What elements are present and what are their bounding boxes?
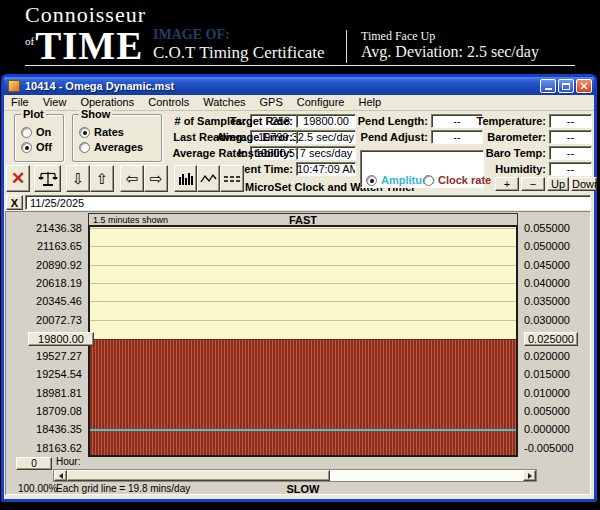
- field-value-current-time[interactable]: 10:47:09 AM: [296, 162, 356, 176]
- balance-scale-button[interactable]: [34, 165, 61, 192]
- show-group-label: Show: [79, 108, 112, 120]
- close-button[interactable]: [576, 79, 592, 93]
- scroll-left-button[interactable]: [54, 470, 67, 481]
- minimize-button[interactable]: [540, 79, 556, 93]
- maximize-button[interactable]: [558, 79, 574, 93]
- scroll-right-button[interactable]: [523, 470, 536, 481]
- close-icon: [580, 82, 588, 90]
- certificate-title: C.O.T Timing Certificate: [153, 43, 325, 63]
- show-radio-label: Averages: [94, 141, 143, 153]
- menu-item-gps[interactable]: GPS: [253, 95, 290, 108]
- arrow-right-button[interactable]: ⇨: [144, 165, 168, 192]
- menu-item-configure[interactable]: Configure: [290, 95, 352, 108]
- connoisseur-of-time-logo: Connoisseur ofTIME: [25, 4, 146, 65]
- right-axis-label: 0.025000: [524, 332, 578, 346]
- left-axis-label: 21436.38: [24, 222, 82, 234]
- balance-scale-icon: [38, 170, 58, 188]
- show-radio-label: Rates: [94, 126, 124, 138]
- show-groupbox: Show RatesAverages: [72, 114, 162, 162]
- menu-item-watches[interactable]: Watches: [196, 95, 252, 108]
- scroll-right-arrow-icon: [528, 473, 532, 479]
- hour-label: Hour:: [56, 456, 80, 467]
- arrow-left-button[interactable]: ⇦: [120, 165, 144, 192]
- right-axis-label: 0.010000: [524, 387, 570, 399]
- left-axis-label: 18163.62: [24, 442, 82, 454]
- right-axis-label: 0.035000: [524, 295, 570, 307]
- bar-chart-button[interactable]: [174, 165, 197, 192]
- mode-listbox: AmplitudeClock rate: [360, 150, 484, 188]
- radio-icon: [423, 175, 434, 186]
- date-input[interactable]: 11/25/2025: [25, 195, 591, 210]
- delete-x-button[interactable]: ✕: [6, 165, 30, 192]
- field-label-average-error: Average Error:: [215, 131, 293, 143]
- field-value-barometer[interactable]: --: [549, 130, 592, 144]
- field-value-instability[interactable]: 7 secs/day: [296, 146, 356, 160]
- dashed-lines-icon: [224, 174, 241, 184]
- clear-date-button[interactable]: X: [6, 195, 23, 210]
- arrow-up-icon: ⇧: [96, 171, 109, 186]
- menu-item-view[interactable]: View: [36, 95, 74, 108]
- horizontal-scrollbar[interactable]: [53, 469, 537, 482]
- left-axis-label: 21163.65: [24, 240, 82, 252]
- plot-radio-on[interactable]: On: [21, 126, 51, 138]
- field-label-target-rate: Target Rate:: [215, 115, 293, 127]
- left-axis-label: 20072.73: [24, 314, 82, 326]
- right-axis-label: 0.040000: [524, 277, 570, 289]
- window-title: 10414 - Omega Dynamic.mst: [25, 80, 174, 92]
- menu-item-controls[interactable]: Controls: [141, 95, 196, 108]
- show-radio-rates[interactable]: Rates: [79, 126, 124, 138]
- left-axis-label: 18981.81: [24, 387, 82, 399]
- title-bar[interactable]: 10414 - Omega Dynamic.mst: [4, 77, 594, 95]
- right-axis-label: 0.015000: [524, 368, 570, 380]
- up-button[interactable]: Up: [547, 177, 569, 191]
- radio-icon: [21, 127, 32, 138]
- logo-line1: Connoisseur: [25, 4, 146, 26]
- line-chart-button[interactable]: [197, 165, 220, 192]
- gridline: [90, 320, 516, 321]
- field-value-baro-temp[interactable]: --: [549, 146, 592, 160]
- right-axis-label: 0.050000: [524, 240, 570, 252]
- minus-button[interactable]: −: [521, 177, 545, 191]
- plot-radio-label: On: [36, 126, 51, 138]
- field-label-temperature: Temperature:: [465, 115, 546, 127]
- field-value-target-rate[interactable]: 19800.00: [296, 114, 356, 128]
- field-value-humidity[interactable]: --: [549, 162, 592, 176]
- scroll-left-arrow-icon: [59, 473, 63, 479]
- right-axis-label: 0.045000: [524, 259, 570, 271]
- scrollbar-thumb[interactable]: [67, 470, 330, 481]
- arrow-right-icon: ⇨: [150, 171, 163, 186]
- menu-item-operations[interactable]: Operations: [73, 95, 141, 108]
- span-label: 1.5 minutes shown: [93, 215, 168, 225]
- plot-radio-label: Off: [36, 141, 52, 153]
- field-value-temperature[interactable]: --: [549, 114, 592, 128]
- right-axis-label: 0.055000: [524, 222, 570, 234]
- menu-item-help[interactable]: Help: [352, 95, 389, 108]
- radio-icon: [366, 175, 377, 186]
- left-axis-label: 19254.54: [24, 368, 82, 380]
- logo-of: of: [25, 35, 34, 47]
- radio-icon: [79, 142, 90, 153]
- line-chart-icon: [200, 173, 217, 185]
- zero-button[interactable]: 0: [16, 457, 52, 470]
- plot-radio-off[interactable]: Off: [21, 141, 52, 153]
- left-axis-label: 19527.27: [24, 350, 82, 362]
- arrow-left-icon: ⇦: [126, 171, 139, 186]
- gridline: [90, 283, 516, 284]
- chart-panel: FAST 1.5 minutes shown 21436.3821163.652…: [5, 211, 591, 495]
- arrow-down-icon: ⇩: [72, 171, 85, 186]
- plot-area[interactable]: [88, 225, 518, 457]
- show-radio-averages[interactable]: Averages: [79, 141, 143, 153]
- slow-label: SLOW: [88, 483, 518, 495]
- arrow-up-button[interactable]: ⇧: [90, 165, 114, 192]
- app-window: 10414 - Omega Dynamic.mst FileViewOperat…: [1, 74, 597, 502]
- down-button[interactable]: Down: [571, 177, 597, 191]
- menu-item-file[interactable]: File: [4, 95, 36, 108]
- plus-button[interactable]: +: [495, 177, 519, 191]
- field-label-barometer: Barometer:: [465, 131, 546, 143]
- arrow-down-button[interactable]: ⇩: [66, 165, 90, 192]
- mode-radio-clock-rate[interactable]: Clock rate: [423, 174, 491, 186]
- dashed-lines-button[interactable]: [220, 165, 244, 192]
- field-value-average-error[interactable]: 2.5 sec/day: [296, 130, 356, 144]
- app-icon: [8, 80, 20, 92]
- plot-group-label: Plot: [21, 108, 46, 120]
